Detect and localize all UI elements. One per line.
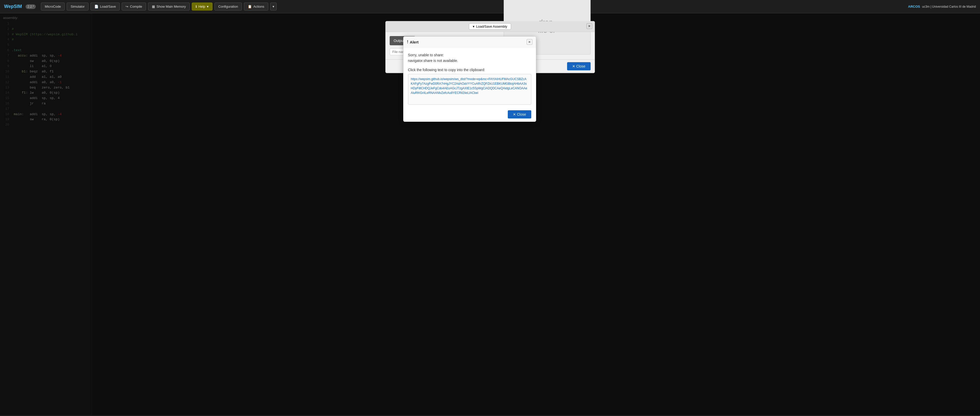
university-name: uc3m | Universidad Carlos III de Madrid — [922, 5, 976, 8]
alert-title: Alert — [410, 40, 527, 44]
help-icon: ℹ — [196, 5, 197, 8]
topbar: WepSIM 2.2.* MicroCode Simulator 📄 Load/… — [0, 0, 980, 13]
alert-modal: ! Alert ✕ Sorry, unable to share: naviga… — [403, 36, 536, 122]
top-right-info: ARCOS uc3m | Universidad Carlos III de M… — [908, 5, 976, 8]
configuration-button[interactable]: Configuration — [215, 3, 242, 11]
loadsave-close-button[interactable]: ✕ — [587, 23, 592, 29]
compile-icon: ↪ — [126, 5, 128, 8]
alert-message: Sorry, unable to share: navigator.share … — [408, 52, 531, 64]
alert-url-text: https://wepsim.github.io/wepsim/ws_dist/… — [411, 77, 527, 95]
show-main-memory-button[interactable]: ▦ Show Main Memory — [148, 3, 190, 11]
alert-footer: ✕ Close — [404, 107, 536, 121]
compile-button[interactable]: ↪ Compile — [122, 3, 146, 11]
alert-close-button[interactable]: ✕ Close — [508, 110, 531, 118]
main-area: assembly: 1 2 # 3 # WepSIM (https://weps… — [0, 13, 980, 415]
loadsave-title-button[interactable]: ▾ Load/Save Assembly — [469, 23, 511, 30]
version-badge: 2.2.* — [25, 4, 36, 9]
dropdown-icon: ▾ — [473, 25, 474, 29]
help-button[interactable]: ℹ Help ▾ — [192, 3, 212, 11]
alert-url-box[interactable]: https://wepsim.github.io/wepsim/ws_dist/… — [408, 74, 531, 105]
alert-close-x-button[interactable]: ✕ — [527, 39, 532, 45]
app-logo: WepSIM — [4, 4, 22, 9]
actions-icon: 📋 — [248, 5, 252, 8]
alert-body: Sorry, unable to share: navigator.share … — [404, 48, 536, 107]
arcos-logo: ARCOS — [908, 5, 920, 8]
loadsave-button[interactable]: 📄 Load/Save — [91, 3, 120, 11]
simulator-button[interactable]: Simulator — [67, 3, 89, 11]
alert-header: ! Alert ✕ — [404, 37, 536, 48]
memory-icon: ▦ — [152, 5, 155, 8]
help-dropdown-arrow: ▾ — [207, 5, 208, 8]
microcode-button[interactable]: MicroCode — [41, 3, 65, 11]
actions-button[interactable]: 📋 Actions — [244, 3, 268, 11]
loadsave-close-btn-footer[interactable]: ✕ Close — [567, 62, 590, 70]
alert-clipboard-label: Click the following text to copy into th… — [408, 68, 531, 72]
loadsave-header: ▾ Load/Save Assembly ✕ — [385, 21, 595, 32]
alert-icon: ! — [407, 40, 408, 44]
actions-dropdown-button[interactable]: ▾ — [270, 3, 277, 11]
file-icon: 📄 — [94, 5, 99, 8]
